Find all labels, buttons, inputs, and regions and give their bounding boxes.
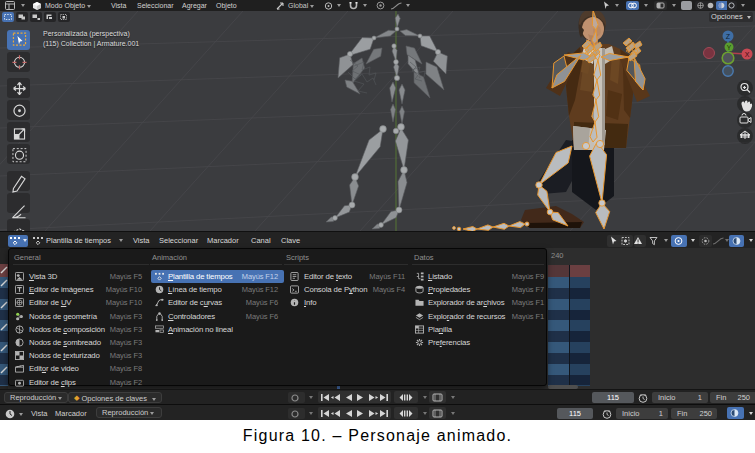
svg-text:X: X [745,51,750,58]
svg-text:Y: Y [727,44,732,51]
svg-text:Z: Z [726,33,731,40]
